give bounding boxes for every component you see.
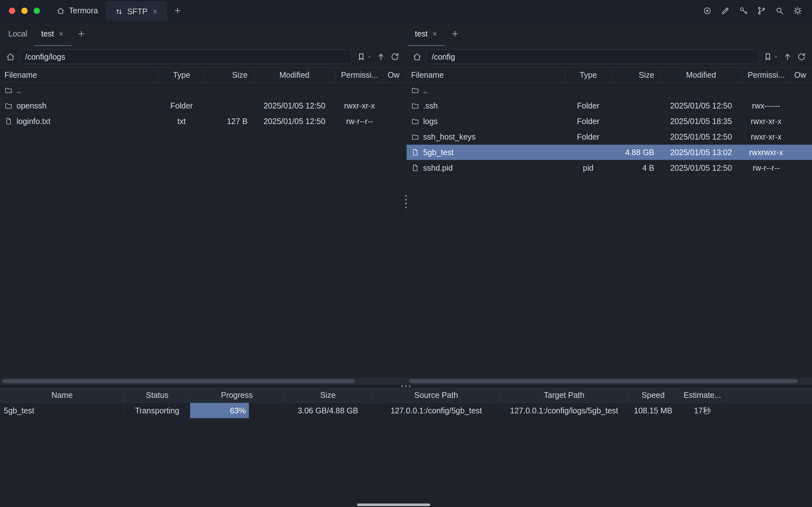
- record-button[interactable]: [702, 6, 712, 15]
- table-row[interactable]: openssh Folder 2025/01/05 12:50 rwxr-xr-…: [0, 98, 405, 114]
- column-header-source-path[interactable]: Source Path: [372, 388, 500, 403]
- right-table-header: Filename Type Size Modified Permissi... …: [407, 67, 812, 82]
- table-row[interactable]: ..: [407, 82, 812, 98]
- horizontal-scrollbar[interactable]: [407, 378, 812, 385]
- table-row[interactable]: ssh_host_keys Folder 2025/01/05 12:50 rw…: [407, 129, 812, 145]
- bookmark-button[interactable]: [357, 52, 372, 62]
- home-icon: [6, 52, 15, 62]
- key-button[interactable]: [739, 6, 748, 15]
- column-header-name[interactable]: Name: [0, 388, 124, 403]
- column-header-modified[interactable]: Modified: [254, 68, 335, 82]
- new-session-tab-button[interactable]: [71, 21, 92, 46]
- column-header-size[interactable]: Size: [611, 68, 660, 82]
- tab-test-left[interactable]: test: [34, 21, 71, 46]
- close-icon[interactable]: [58, 31, 64, 37]
- owner-cell: [791, 82, 812, 98]
- home-icon: [56, 7, 65, 15]
- tab-termora-label: Termora: [69, 6, 98, 15]
- parent-directory-button[interactable]: [376, 52, 386, 62]
- column-header-owner[interactable]: Ow: [791, 68, 812, 82]
- permissions-cell: rw-r--r--: [742, 160, 791, 175]
- column-header-status[interactable]: Status: [124, 388, 190, 403]
- filename: logs: [423, 117, 438, 126]
- column-header-filename[interactable]: Filename: [0, 68, 159, 82]
- column-header-type[interactable]: Type: [565, 68, 611, 82]
- table-row-selected[interactable]: 5gb_test 4.88 GB 2025/01/05 13:02 rwxrwx…: [407, 145, 812, 160]
- owner-cell: [791, 160, 812, 175]
- row-filler: [726, 403, 812, 418]
- home-button[interactable]: [6, 52, 15, 62]
- minimize-window-button[interactable]: [21, 8, 28, 14]
- bottom-scrollbar-thumb[interactable]: [357, 504, 430, 506]
- settings-button[interactable]: [793, 6, 803, 15]
- table-row[interactable]: ..: [0, 82, 405, 98]
- size-cell: [205, 98, 254, 113]
- bookmark-icon: [357, 52, 366, 62]
- arrow-up-icon: [783, 52, 792, 62]
- record-icon: [702, 6, 712, 15]
- zoom-window-button[interactable]: [34, 8, 40, 14]
- permissions-cell: rwxr-xr-x: [335, 98, 384, 113]
- arrow-up-icon: [376, 52, 386, 62]
- scrollbar-thumb[interactable]: [409, 379, 797, 383]
- pane-splitter[interactable]: [405, 21, 407, 385]
- transfer-progress-bar: 63%: [190, 403, 284, 418]
- column-header-permissions[interactable]: Permissi...: [742, 68, 791, 82]
- modified-cell: 2025/01/05 12:50: [660, 160, 742, 175]
- column-header-modified[interactable]: Modified: [660, 68, 742, 82]
- table-row[interactable]: sshd.pid pid 4 B 2025/01/05 12:50 rw-r--…: [407, 160, 812, 176]
- column-header-filename[interactable]: Filename: [407, 68, 565, 82]
- file-icon: [411, 164, 419, 172]
- edit-button[interactable]: [720, 6, 730, 15]
- path-input[interactable]: [20, 50, 352, 64]
- table-row[interactable]: .ssh Folder 2025/01/05 12:50 rwx------: [407, 98, 812, 114]
- close-window-button[interactable]: [9, 8, 15, 14]
- column-header-owner[interactable]: Ow: [384, 68, 405, 82]
- search-button[interactable]: [775, 6, 784, 15]
- column-header-speed[interactable]: Speed: [628, 388, 679, 403]
- progress-fill: 63%: [190, 403, 249, 418]
- table-row[interactable]: loginfo.txt txt 127 B 2025/01/05 12:50 r…: [0, 114, 405, 129]
- permissions-cell: rwx------: [742, 98, 791, 113]
- transfer-name: 5gb_test: [0, 403, 124, 418]
- folder-icon: [4, 102, 13, 110]
- tab-local[interactable]: Local: [1, 21, 34, 46]
- file-icon: [411, 148, 419, 156]
- owner-cell: [791, 129, 812, 145]
- transfer-row[interactable]: 5gb_test Transporting 63% 3.06 GB/4.88 G…: [0, 403, 812, 418]
- tab-termora[interactable]: Termora: [48, 0, 106, 21]
- table-row[interactable]: logs Folder 2025/01/05 18:35 rwxr-xr-x: [407, 114, 812, 129]
- branch-button[interactable]: [757, 6, 766, 15]
- owner-cell: [384, 82, 405, 98]
- close-icon[interactable]: [152, 8, 158, 15]
- new-tab-button[interactable]: [167, 0, 188, 21]
- column-header-target-path[interactable]: Target Path: [500, 388, 628, 403]
- file-icon: [4, 117, 13, 125]
- transfer-arrows-icon: [115, 8, 123, 16]
- column-header-size[interactable]: Size: [284, 388, 372, 403]
- close-icon[interactable]: [431, 31, 438, 37]
- column-header-estimate[interactable]: Estimate...: [679, 388, 726, 403]
- home-button[interactable]: [412, 52, 422, 62]
- column-header-permissions[interactable]: Permissi...: [335, 68, 384, 82]
- column-header-type[interactable]: Type: [159, 68, 205, 82]
- modified-cell: 2025/01/05 13:02: [660, 145, 742, 160]
- refresh-button[interactable]: [797, 52, 806, 62]
- horizontal-scrollbar[interactable]: [0, 378, 405, 385]
- column-header-progress[interactable]: Progress: [190, 388, 284, 403]
- parent-directory-button[interactable]: [783, 52, 792, 62]
- scrollbar-thumb[interactable]: [3, 379, 355, 383]
- column-header-size[interactable]: Size: [205, 68, 254, 82]
- splitter-handle[interactable]: [401, 386, 411, 387]
- branch-icon: [757, 6, 766, 15]
- new-session-tab-button[interactable]: [445, 21, 465, 46]
- path-input[interactable]: [426, 50, 759, 64]
- tab-sftp[interactable]: SFTP: [106, 2, 167, 21]
- transfers-splitter[interactable]: [0, 385, 812, 388]
- refresh-button[interactable]: [390, 52, 400, 62]
- tab-test-right[interactable]: test: [408, 21, 445, 46]
- splitter-handle[interactable]: [405, 195, 407, 208]
- home-icon: [412, 52, 422, 62]
- bookmark-button[interactable]: [763, 52, 778, 62]
- permissions-cell: rwxr-xr-x: [742, 114, 791, 129]
